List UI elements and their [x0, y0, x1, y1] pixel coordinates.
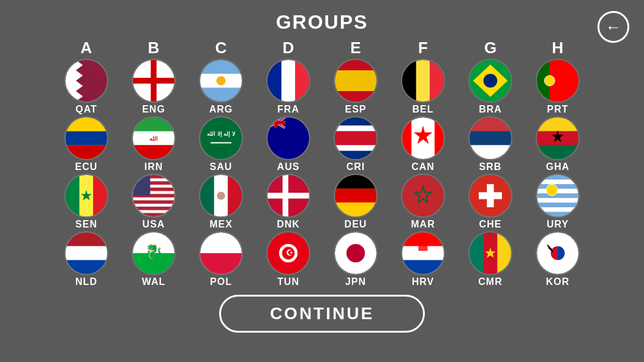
team-cell-esp[interactable]: ESP: [322, 59, 389, 115]
svg-point-107: [546, 184, 558, 196]
continue-button[interactable]: CONTINUE: [219, 295, 425, 333]
team-label-cri: CRI: [346, 161, 365, 172]
svg-point-37: [200, 117, 242, 159]
team-label-wal: WAL: [142, 276, 166, 287]
svg-rect-15: [335, 60, 376, 70]
svg-rect-111: [66, 260, 107, 274]
team-cell-mex[interactable]: MEX: [187, 174, 255, 230]
team-cell-sen[interactable]: SEN: [53, 174, 120, 230]
team-cell-mar[interactable]: MAR: [389, 174, 457, 230]
team-label-arg: ARG: [209, 104, 233, 115]
team-cell-prt[interactable]: PRT: [524, 59, 591, 115]
team-cell-bra[interactable]: BRA: [457, 59, 524, 115]
flag-dnk: [266, 174, 310, 218]
team-label-eng: ENG: [142, 104, 165, 115]
team-cell-ecu[interactable]: ECU: [53, 116, 120, 172]
team-cell-srb[interactable]: SRB: [457, 116, 524, 172]
svg-rect-10: [268, 60, 282, 102]
flag-kor: [536, 231, 580, 275]
svg-rect-117: [200, 253, 242, 274]
team-cell-hrv[interactable]: HRV: [389, 231, 457, 287]
team-cell-che[interactable]: CHE: [457, 174, 524, 230]
col-header-c: C: [187, 39, 255, 57]
svg-rect-33: [133, 117, 174, 131]
flag-sau: لا إله إلا الله: [199, 116, 243, 160]
team-label-can: CAN: [411, 161, 435, 172]
svg-rect-1: [66, 60, 76, 102]
flag-aus: [266, 116, 310, 160]
flag-che: [468, 174, 512, 218]
svg-rect-82: [133, 213, 174, 216]
team-cell-nld[interactable]: NLD: [53, 231, 120, 287]
svg-rect-19: [416, 60, 430, 102]
team-label-nld: NLD: [75, 276, 97, 287]
team-label-pol: POL: [210, 276, 232, 287]
team-cell-can[interactable]: CAN: [389, 116, 457, 172]
flag-bra: [468, 59, 512, 103]
svg-rect-80: [133, 201, 174, 204]
flag-usa: [132, 174, 176, 218]
team-cell-cri[interactable]: CRI: [322, 116, 389, 172]
svg-rect-55: [335, 151, 376, 159]
flag-arg: [199, 59, 243, 103]
svg-rect-87: [228, 175, 242, 216]
svg-rect-31: [66, 145, 107, 159]
svg-rect-35: [133, 145, 174, 159]
svg-rect-130: [470, 232, 484, 274]
team-cell-bel[interactable]: BEL: [389, 59, 457, 115]
svg-rect-62: [470, 131, 511, 146]
team-cell-deu[interactable]: DEU: [322, 174, 389, 230]
team-cell-qat[interactable]: QAT: [53, 59, 120, 115]
svg-rect-102: [537, 175, 578, 180]
team-label-sen: SEN: [75, 219, 97, 230]
flag-cmr: [468, 231, 512, 275]
team-cell-arg[interactable]: ARG: [187, 59, 255, 115]
svg-rect-81: [133, 207, 174, 210]
team-cell-jpn[interactable]: JPN: [322, 231, 389, 287]
svg-rect-85: [200, 175, 214, 216]
team-cell-fra[interactable]: FRA: [255, 59, 322, 115]
team-cell-dnk[interactable]: DNK: [255, 174, 322, 230]
team-cell-wal[interactable]: 🐉WAL: [120, 231, 187, 287]
team-cell-sau[interactable]: لا إله إلا اللهSAU: [187, 116, 255, 172]
col-header-g: G: [457, 39, 524, 57]
team-label-esp: ESP: [345, 104, 366, 115]
svg-rect-11: [282, 60, 296, 102]
team-cell-aus[interactable]: AUS: [255, 116, 322, 172]
col-header-d: D: [255, 39, 322, 57]
team-label-prt: PRT: [547, 104, 569, 115]
svg-text:☪: ☪: [286, 248, 293, 257]
team-cell-gha[interactable]: GHA: [524, 116, 591, 172]
team-cell-kor[interactable]: KOR: [524, 231, 591, 287]
svg-rect-5: [133, 78, 174, 83]
team-cell-eng[interactable]: ENG: [120, 59, 187, 115]
flag-tun: ☪: [266, 231, 310, 275]
svg-rect-132: [497, 232, 511, 274]
svg-rect-18: [402, 60, 416, 102]
team-cell-pol[interactable]: POL: [187, 231, 255, 287]
col-header-a: A: [53, 39, 120, 57]
flag-cri: [334, 116, 378, 160]
team-cell-tun[interactable]: ☪TUN: [255, 231, 322, 287]
team-cell-cmr[interactable]: CMR: [457, 231, 524, 287]
svg-text:الله: الله: [149, 135, 158, 142]
svg-rect-95: [335, 202, 376, 216]
group-row-4: NLD🐉WALPOL☪TUNJPNHRVCMRKOR: [53, 231, 591, 289]
team-label-deu: DEU: [345, 219, 367, 230]
flag-qat: [64, 59, 108, 103]
svg-point-96: [402, 175, 444, 216]
team-cell-irn[interactable]: اللهIRN: [120, 116, 187, 172]
flag-nld: [64, 231, 108, 275]
flag-jpn: [334, 231, 378, 275]
flag-esp: [334, 59, 378, 103]
svg-rect-104: [537, 193, 578, 198]
svg-rect-61: [470, 117, 511, 131]
team-label-sau: SAU: [210, 161, 233, 172]
team-cell-usa[interactable]: USA: [120, 174, 187, 230]
team-label-tun: TUN: [277, 276, 299, 287]
team-label-ury: URY: [547, 219, 569, 230]
team-label-jpn: JPN: [345, 276, 366, 287]
team-cell-ury[interactable]: URY: [524, 174, 591, 230]
svg-rect-53: [335, 131, 376, 146]
back-button[interactable]: ←: [597, 11, 629, 43]
